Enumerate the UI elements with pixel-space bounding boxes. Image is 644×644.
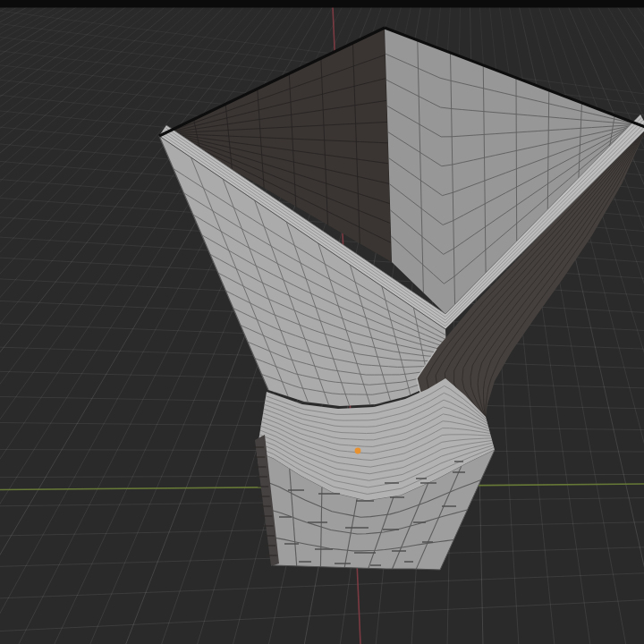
top-bar bbox=[0, 0, 644, 8]
origin-marker bbox=[355, 448, 361, 454]
viewport-canvas[interactable] bbox=[0, 0, 644, 644]
viewport[interactable] bbox=[0, 0, 644, 644]
